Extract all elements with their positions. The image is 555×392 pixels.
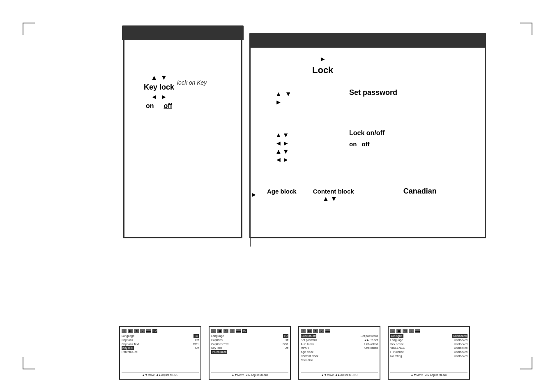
thumb2-row5: Parental ctl — [211, 350, 288, 354]
thumb4-row2: Language Unblocked — [390, 338, 467, 342]
thumb4-row3: Sex scene Unblocked — [390, 342, 467, 346]
thumb2-icon3: ◄) — [223, 329, 228, 333]
thumb1-icon2: ▮▮ — [128, 329, 133, 333]
sp-arrow-down — [285, 90, 292, 98]
left-panel-border — [123, 40, 242, 238]
lo-arrow-down2 — [283, 148, 289, 155]
thumb2-icons: ☆ ▮▮ ◄) ✓ ▬▬ TU — [211, 329, 288, 333]
thumb1-icon4: ✓ — [140, 329, 145, 333]
thumb2-icon5: ▬▬ — [236, 329, 241, 333]
arrow-down-key — [161, 74, 167, 81]
arrow-right-key — [161, 93, 167, 101]
thumb1-tv: TU — [152, 329, 157, 333]
thumb3-bottom: ▲▼Move ◄►Adjust MENU — [301, 372, 378, 376]
thumb3-rows: Lock on/off Set password Set pasword ◄► … — [301, 334, 378, 362]
thumb1-icons: ☆ ▮▮ ◄) ✓ ▬▬ TU — [122, 329, 199, 333]
thumb2-icon2: ▮▮ — [217, 329, 222, 333]
thumb3-icon4: ✓ — [319, 329, 324, 333]
thumbnail-4: ☆ ▮▮ ◄) ✓ ▬▬ Dialogue Unblocked Language… — [388, 326, 470, 380]
cb-arrow-down — [331, 195, 337, 203]
thumb4-bottom: ▲▼Move ◄►Adjust MENU — [390, 372, 467, 376]
thumb3-inner: ☆ ▮▮ ◄) ✓ ▬▬ Lock on/off Set password Se… — [299, 327, 380, 379]
corner-mark-tl — [23, 23, 35, 35]
thumb1-row3: Captions Text DD1 — [122, 342, 199, 346]
thumb4-icon2: ▮▮ — [396, 329, 401, 333]
thumb1-row1: Language TU — [122, 334, 199, 338]
thumb1-icon1: ☆ — [122, 329, 127, 333]
lock-section: Lock — [312, 55, 333, 76]
thumb3-row4: MPAR Unblocked — [301, 346, 378, 350]
lock-arrow-right — [320, 55, 326, 63]
key-off-label: off — [164, 102, 172, 110]
sp-arrow-right — [275, 99, 282, 106]
ac-arrow-right — [251, 191, 257, 198]
corner-mark-bl — [23, 357, 35, 369]
thumb2-row4: Key lock Off — [211, 346, 288, 350]
thumb1-bottom: ▲▼Move ◄►Adjust MENU — [122, 372, 199, 376]
cb-arrow-up — [322, 195, 329, 203]
thumb4-row5: F Violence Unblocked — [390, 350, 467, 354]
thumb2-icon1: ☆ — [211, 329, 216, 333]
thumb4-icons: ☆ ▮▮ ◄) ✓ ▬▬ — [390, 329, 467, 333]
thumb3-row6: Content block — [301, 354, 378, 358]
key-lock-onoff-row — [144, 93, 174, 101]
thumb3-row5: Age block — [301, 350, 378, 354]
thumb1-row2: Captions Off — [122, 338, 199, 342]
lock-onoff-values: on off — [349, 141, 369, 148]
key-lock-arrows-updown — [144, 74, 174, 81]
lo-arrow-up1 — [275, 131, 282, 139]
arrow-left-key — [151, 93, 157, 101]
lock-on-value: on — [349, 141, 357, 148]
lock-label: Lock — [312, 65, 333, 76]
lock-onoff-section: Lock on/off on off — [275, 131, 289, 164]
thumb2-row3: Captions Text DD1 — [211, 342, 288, 346]
thumb3-icon5: ▬▬ — [325, 329, 330, 333]
thumb2-bottom: ▲▼Move ◄►Adjust MENU — [211, 372, 288, 376]
corner-mark-br — [520, 357, 532, 369]
lo-arrow-right1 — [283, 140, 289, 147]
thumbnail-1: ☆ ▮▮ ◄) ✓ ▬▬ TU Language TU Captions Off… — [119, 326, 201, 380]
thumb4-icon1: ☆ — [390, 329, 395, 333]
content-block-label: Content block — [313, 188, 354, 195]
lock-on-key-annotation: lock on Key — [177, 79, 207, 86]
thumb2-row2: Captions Off — [211, 338, 288, 342]
lo-arrow-left1 — [275, 140, 282, 147]
thumb3-row2: Set pasword ◄► To set — [301, 338, 378, 342]
thumb1-icon3: ◄) — [134, 329, 139, 333]
arrow-up-key — [151, 74, 157, 81]
sp-arrow-up — [275, 90, 282, 98]
thumb1-row4: Key lock Off — [122, 346, 199, 350]
thumbnail-2: ☆ ▮▮ ◄) ✓ ▬▬ TU Language TU Captions Off… — [209, 326, 291, 380]
thumb3-row3: Aux. block Unblocked — [301, 342, 378, 346]
thumbnails-row: ☆ ▮▮ ◄) ✓ ▬▬ TU Language TU Captions Off… — [119, 326, 470, 380]
lo-arrow-left2 — [275, 156, 282, 164]
thumb4-icon3: ◄) — [403, 329, 408, 333]
thumb1-inner: ☆ ▮▮ ◄) ✓ ▬▬ TU Language TU Captions Off… — [120, 327, 200, 379]
thumb3-icon3: ◄) — [313, 329, 318, 333]
thumb2-rows: Language TU Captions Off Captions Text D… — [211, 334, 288, 354]
thumb4-icon5: ▬▬ — [415, 329, 420, 333]
key-lock-label: Key lock — [144, 83, 174, 92]
lo-arrow-up2 — [275, 148, 282, 155]
thumb2-inner: ☆ ▮▮ ◄) ✓ ▬▬ TU Language TU Captions Off… — [210, 327, 290, 379]
thumb4-row4: VIOLENCE Unblocked — [390, 346, 467, 350]
thumb2-row1: Language TU — [211, 334, 288, 338]
thumb1-row5: ParentalOctl — [122, 350, 199, 354]
thumb4-icon4: ✓ — [409, 329, 414, 333]
thumb4-inner: ☆ ▮▮ ◄) ✓ ▬▬ Dialogue Unblocked Language… — [389, 327, 469, 379]
canadian-label: Canadian — [403, 187, 437, 196]
thumb2-icon4: ✓ — [230, 329, 235, 333]
thumb1-icon5: ▬▬ — [146, 329, 151, 333]
thumb3-row7: Canadian — [301, 358, 378, 362]
thumb3-icon2: ▮▮ — [307, 329, 312, 333]
set-password-label: Set password — [349, 88, 397, 97]
lo-arrows-grid — [275, 131, 289, 164]
thumb1-rows: Language TU Captions Off Captions Text D… — [122, 334, 199, 354]
left-panel-header — [122, 25, 244, 40]
right-panel: Lock Set password Lock o — [251, 33, 485, 238]
key-on-label: on — [146, 102, 154, 110]
content-block-arrows — [322, 195, 337, 203]
key-on-off-labels: on off — [144, 102, 174, 110]
ac-labels-row: Age block Content block Canadian — [267, 187, 437, 196]
thumbnail-3: ☆ ▮▮ ◄) ✓ ▬▬ Lock on/off Set password Se… — [298, 326, 380, 380]
